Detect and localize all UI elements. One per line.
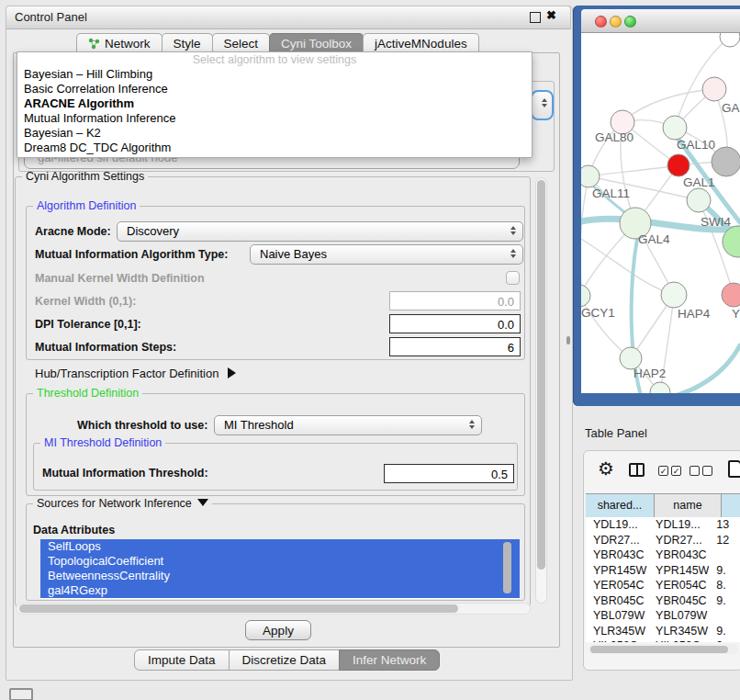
table-horizontal-scrollbar-thumb[interactable]	[590, 646, 728, 653]
close-icon[interactable]: ✖	[546, 8, 556, 22]
network-node[interactable]	[687, 188, 711, 212]
table-cell: YBR043C	[648, 548, 709, 563]
mi-steps-field[interactable]: 6	[389, 337, 521, 356]
table-row[interactable]: YER054CYER054C8.	[586, 578, 740, 593]
table-cell: 8.	[709, 578, 740, 593]
document-icon[interactable]	[728, 460, 740, 478]
settings-vertical-scrollbar-thumb[interactable]	[537, 180, 545, 570]
table-cell: YBL079W	[648, 608, 709, 624]
attribute-item-gal4rgexp[interactable]: gal4RGexp	[40, 583, 520, 598]
network-node[interactable]	[581, 285, 590, 307]
control-panel-tabs: NetworkStyleSelectCyni ToolboxjActiveMNo…	[76, 33, 478, 53]
attribute-item-selfloops[interactable]: SelfLoops	[40, 539, 520, 554]
table-horizontal-scrollbar[interactable]	[589, 644, 738, 654]
dpi-tolerance-field[interactable]: 0.0	[389, 314, 521, 333]
bottom-tab-impute-data[interactable]: Impute Data	[134, 649, 230, 671]
aracne-mode-combobox[interactable]: Discovery	[117, 221, 523, 242]
threshold-definition-title: Threshold Definition	[33, 387, 142, 400]
settings-gear-icon[interactable]: ⚙	[598, 459, 614, 478]
network-node[interactable]	[712, 147, 740, 176]
network-graph: GALGAL80GAL10GAL1GAL11SWI4GAL4GCY1HAP4YH…	[581, 33, 740, 393]
network-node[interactable]	[720, 33, 740, 47]
sources-title-text: Sources for Network Inference	[37, 497, 192, 510]
table-cell: 9.	[709, 563, 740, 579]
which-threshold-combobox[interactable]: MI Threshold	[214, 415, 482, 435]
table-row[interactable]: YLR345WYLR345W9.	[586, 624, 740, 639]
sources-title[interactable]: Sources for Network Inference	[33, 497, 212, 510]
panel-divider-grip[interactable]	[566, 336, 570, 344]
table-row[interactable]: YDR27...YDR27...12	[586, 533, 740, 548]
table-cell: YPR145W	[648, 563, 709, 579]
table-row[interactable]: YBR045CYBR045C9.	[586, 593, 740, 609]
mi-threshold-definition-title: MI Threshold Definition	[40, 436, 165, 449]
tab-label: Select	[224, 37, 259, 51]
list-vertical-scrollbar[interactable]	[503, 542, 511, 593]
tab-cyni-toolbox[interactable]: Cyni Toolbox	[269, 33, 364, 53]
attribute-item-topologicalcoefficient[interactable]: TopologicalCoefficient	[40, 554, 520, 569]
algorithm-option-basic-correlation-inference[interactable]: Basic Correlation Inference	[17, 82, 532, 96]
network-view-window: GALGAL80GAL10GAL1GAL11SWI4GAL4GCY1HAP4YH…	[573, 6, 740, 406]
mi-algorithm-type-combobox[interactable]: Naive Bayes	[250, 244, 523, 265]
network-node[interactable]	[702, 77, 726, 101]
table-cell: YBR045C	[586, 593, 648, 609]
network-canvas[interactable]: GALGAL80GAL10GAL1GAL11SWI4GAL4GCY1HAP4YH…	[581, 33, 740, 393]
split-columns-icon[interactable]	[629, 463, 645, 477]
network-node[interactable]	[667, 154, 690, 176]
algorithm-combobox-focused[interactable]	[531, 90, 554, 120]
hub-transcription-label: Hub/Transcription Factor Definition	[35, 367, 219, 380]
network-edge-highlighted	[678, 345, 740, 393]
deselect-columns-icon[interactable]	[690, 466, 712, 476]
tab-network[interactable]: Network	[76, 33, 163, 53]
network-window-titlebar[interactable]	[581, 9, 740, 33]
table-row[interactable]: YDL19...YDL19...13	[586, 517, 740, 533]
settings-horizontal-scrollbar-thumb[interactable]	[19, 604, 458, 613]
select-columns-icon[interactable]: ✓✓	[658, 466, 681, 476]
network-node[interactable]	[661, 282, 687, 308]
minimized-panel-icon[interactable]	[9, 688, 33, 700]
control-panel-titlebar[interactable]	[6, 6, 571, 29]
minimize-traffic-light-icon[interactable]	[610, 16, 622, 28]
manual-kernel-width-checkbox[interactable]	[506, 271, 520, 285]
table-cell: YDR27...	[586, 533, 648, 548]
which-threshold-value: MI Threshold	[224, 418, 294, 432]
hub-transcription-section-toggle[interactable]: Hub/Transcription Factor Definition	[35, 367, 236, 380]
table-row[interactable]: YBL079WYBL079W	[586, 608, 740, 624]
kernel-width-field[interactable]: 0.0	[389, 291, 521, 310]
data-attributes-label: Data Attributes	[33, 524, 115, 536]
node-label: GAL11	[592, 186, 630, 200]
algorithm-option-aracne-algorithm[interactable]: ARACNE Algorithm	[17, 96, 532, 111]
tab-jactivemnodules[interactable]: jActiveMNodules	[363, 33, 479, 53]
spinner-arrows-icon	[510, 226, 516, 235]
attribute-item-betweennesscentrality[interactable]: BetweennessCentrality	[40, 569, 520, 583]
table-row[interactable]: YPR145WYPR145W9.	[586, 563, 740, 579]
column-header-2[interactable]	[722, 494, 740, 517]
mutual-information-threshold-field[interactable]: 0.5	[384, 464, 514, 483]
control-panel-title: Control Panel	[15, 10, 87, 24]
algorithm-option-bayesian-k2[interactable]: Bayesian – K2	[17, 126, 532, 141]
mi-steps-label: Mutual Information Steps:	[35, 341, 176, 354]
column-header-name[interactable]: name	[655, 494, 722, 517]
bottom-tab-infer-network[interactable]: Infer Network	[339, 649, 440, 671]
table-row[interactable]: YIL052CYIL052C9	[586, 638, 740, 642]
apply-button[interactable]: Apply	[245, 620, 311, 640]
bottom-tab-discretize-data[interactable]: Discretize Data	[229, 649, 341, 671]
float-window-icon[interactable]	[530, 12, 541, 23]
table-cell: YDL19...	[586, 517, 648, 533]
network-node[interactable]	[722, 283, 740, 307]
table-row[interactable]: YBR043CYBR043C	[586, 548, 740, 563]
table-cell: YER054C	[648, 578, 709, 593]
tab-style[interactable]: Style	[162, 33, 213, 53]
column-header-shared[interactable]: shared...	[586, 494, 655, 517]
tab-select[interactable]: Select	[212, 33, 271, 53]
node-label: GAL	[722, 101, 740, 115]
network-node[interactable]	[663, 116, 687, 140]
algorithm-option-bayesian-hill-climbing[interactable]: Bayesian – Hill Climbing	[17, 67, 532, 82]
node-label: HAP4	[678, 307, 711, 321]
aracne-mode-value: Discovery	[127, 224, 179, 238]
network-node[interactable]	[581, 165, 600, 187]
zoom-traffic-light-icon[interactable]	[624, 16, 636, 28]
algorithm-option-dream8-dc-tdc-algorithm[interactable]: Dream8 DC_TDC Algorithm	[17, 141, 532, 155]
algorithm-dropdown-popup: Select algorithm to view settings Bayesi…	[17, 51, 533, 158]
close-traffic-light-icon[interactable]	[595, 16, 607, 28]
algorithm-option-mutual-information-inference[interactable]: Mutual Information Inference	[17, 111, 532, 126]
